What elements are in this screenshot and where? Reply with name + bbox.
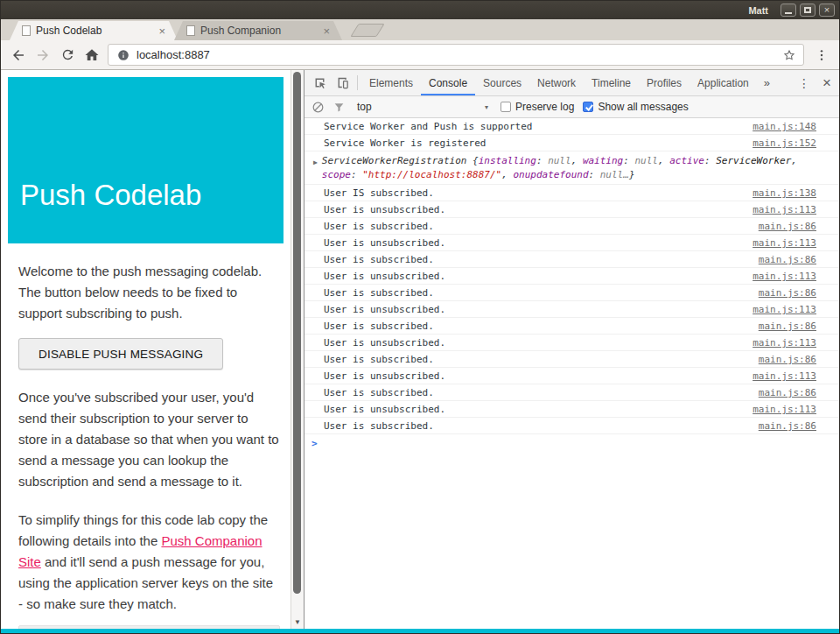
back-arrow-icon	[10, 47, 26, 63]
window-close-button[interactable]: ×	[819, 4, 835, 17]
expand-object-icon[interactable]: ▶	[313, 157, 318, 168]
console-source-link[interactable]: main.js:148	[752, 121, 816, 132]
object-token: :	[704, 155, 716, 166]
console-message-text: User is unsubscribed.	[324, 370, 744, 382]
object-token: ,	[791, 155, 797, 166]
devtools-close-button[interactable]: ×	[815, 70, 839, 95]
console-source-link[interactable]: main.js:152	[752, 137, 816, 149]
page-content: Push Codelab Welcome to the push messagi…	[1, 70, 290, 629]
console-prompt[interactable]: >	[304, 434, 839, 453]
filter-button[interactable]	[333, 102, 345, 113]
forward-button[interactable]	[31, 43, 55, 67]
console-message-text: User is subscribed.	[324, 254, 750, 265]
companion-text-after: and it'll send a push message for you, u…	[18, 554, 273, 611]
new-tab-button[interactable]	[350, 24, 384, 37]
reload-button[interactable]	[55, 43, 80, 67]
object-token: null…	[600, 169, 629, 180]
scrollbar-thumb[interactable]	[293, 72, 301, 594]
tab-close-icon[interactable]: ×	[158, 25, 165, 37]
console-source-link[interactable]: main.js:86	[759, 354, 816, 365]
console-source-link[interactable]: main.js:113	[752, 271, 816, 282]
window-bottom-edge	[1, 629, 839, 633]
object-token: installing	[479, 155, 536, 166]
tab-close-icon[interactable]: ×	[323, 25, 330, 37]
page-scrollbar[interactable]: ▼	[290, 70, 304, 629]
back-button[interactable]	[6, 43, 31, 67]
object-token: ,	[501, 169, 513, 180]
window-maximize-button[interactable]	[800, 4, 816, 17]
console-log-row: User is subscribed.main.js:86	[304, 218, 839, 235]
console-source-link[interactable]: main.js:86	[759, 420, 816, 432]
preserve-log-option[interactable]: Preserve log	[500, 101, 574, 113]
show-all-checkbox[interactable]	[583, 102, 593, 112]
object-token: waiting	[583, 155, 623, 166]
companion-paragraph: To simplify things for this code lab cop…	[18, 510, 280, 615]
devtools-tab-timeline[interactable]: Timeline	[584, 70, 639, 95]
object-token: ServiceWorker	[716, 155, 791, 166]
three-dots-icon	[815, 48, 829, 62]
console-source-link[interactable]: main.js:113	[752, 204, 816, 215]
devtools-tab-network[interactable]: Network	[529, 70, 584, 95]
preserve-log-checkbox[interactable]	[500, 102, 511, 112]
star-icon	[782, 48, 796, 62]
disable-push-button[interactable]: DISABLE PUSH MESSAGING	[18, 338, 223, 370]
console-message-text: User is unsubscribed.	[324, 404, 744, 415]
url-port: :8887	[181, 48, 210, 61]
console-source-link[interactable]: main.js:86	[759, 321, 816, 332]
titlebar-user-label: Matt	[748, 5, 768, 16]
console-source-link[interactable]: main.js:86	[759, 287, 816, 299]
clear-console-button[interactable]	[312, 101, 325, 114]
object-token: }	[629, 169, 635, 180]
window-minimize-button[interactable]	[780, 4, 796, 17]
console-source-link[interactable]: main.js:113	[752, 237, 816, 249]
console-source-link[interactable]: main.js:113	[752, 304, 816, 315]
object-token: scope	[322, 169, 351, 180]
object-token: {	[472, 155, 479, 166]
device-toolbar-button[interactable]	[331, 70, 354, 95]
console-log-row: User is unsubscribed.main.js:113	[304, 401, 839, 418]
devtools-menu-button[interactable]: ⋮	[794, 70, 815, 95]
show-all-messages-option[interactable]: Show all messages	[583, 101, 688, 113]
console-source-link[interactable]: main.js:86	[759, 221, 816, 232]
devtools-tab-elements[interactable]: Elements	[361, 70, 421, 95]
devtools-tab-profiles[interactable]: Profiles	[639, 70, 690, 95]
page-info-icon[interactable]	[117, 49, 130, 61]
inspect-element-button[interactable]	[308, 70, 331, 95]
devtools-tab-console[interactable]: Console	[421, 70, 475, 95]
console-source-link[interactable]: main.js:138	[752, 187, 816, 199]
subscription-paragraph: Once you've subscribed your user, you'd …	[18, 387, 280, 492]
console-source-link[interactable]: main.js:113	[752, 404, 816, 415]
window-titlebar: Matt ×	[1, 1, 839, 19]
home-icon	[84, 47, 100, 63]
reload-icon	[60, 47, 75, 62]
console-log-row: User IS subscribed.main.js:138	[304, 185, 839, 201]
tab-push-codelab[interactable]: Push Codelab ×	[10, 21, 178, 40]
console-message-text: User is subscribed.	[324, 387, 750, 398]
more-tabs-button[interactable]: »	[757, 70, 777, 95]
console-log-row: User is subscribed.main.js:86	[304, 384, 839, 401]
console-message-text: User is subscribed.	[324, 420, 750, 432]
execution-context-selector[interactable]: top ▾	[354, 99, 492, 115]
browser-toolbar: localhost:8887	[1, 40, 839, 70]
object-token: "http://localhost:8887/"	[362, 169, 501, 180]
tab-push-companion[interactable]: Push Companion ×	[174, 21, 342, 40]
context-label: top	[357, 101, 372, 113]
console-source-link[interactable]: main.js:86	[759, 254, 816, 265]
console-source-link[interactable]: main.js:113	[752, 337, 816, 349]
address-bar[interactable]: localhost:8887	[108, 44, 804, 66]
console-source-link[interactable]: main.js:113	[752, 370, 816, 382]
browser-menu-button[interactable]	[809, 48, 834, 62]
console-source-link[interactable]: main.js:86	[759, 387, 816, 398]
page-header: Push Codelab	[8, 77, 284, 243]
console-log-row: User is unsubscribed.main.js:113	[304, 235, 839, 251]
bookmark-star-button[interactable]	[779, 48, 800, 62]
object-token: :	[589, 169, 600, 180]
home-button[interactable]	[80, 43, 104, 67]
console-message-text: User is subscribed.	[324, 221, 750, 232]
console-message-text: User IS subscribed.	[324, 187, 744, 199]
console-message-text: User is unsubscribed.	[324, 237, 744, 249]
console-log-row: User is unsubscribed.main.js:113	[304, 201, 839, 218]
devtools-tab-sources[interactable]: Sources	[475, 70, 529, 95]
devtools-tab-application[interactable]: Application	[690, 70, 757, 95]
scroll-down-button[interactable]: ▼	[291, 616, 304, 628]
